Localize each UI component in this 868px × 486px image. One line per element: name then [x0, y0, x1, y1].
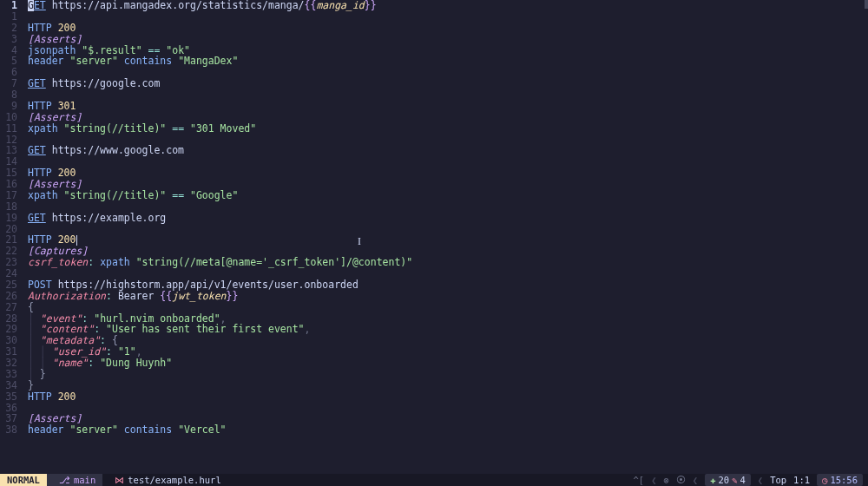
code-line[interactable]: 8	[0, 89, 868, 101]
code-content[interactable]: }	[28, 380, 868, 391]
code-content[interactable]: GET https://google.com	[28, 78, 868, 89]
code-content[interactable]: HTTP 200	[28, 167, 868, 179]
separator-icon: ❮	[693, 474, 698, 486]
code-line[interactable]: 33│ }	[0, 369, 868, 380]
code-content[interactable]: │ }	[28, 369, 868, 380]
code-content[interactable]: HTTP 301	[28, 101, 868, 112]
clock-time: 15:56	[830, 474, 858, 486]
code-line[interactable]: 36	[0, 403, 868, 414]
code-line[interactable]: 2HTTP 200	[0, 23, 868, 34]
line-number: 8	[0, 89, 23, 101]
code-line[interactable]: 26Authorization: Bearer {{jwt_token}}	[0, 291, 868, 302]
code-editor[interactable]: 1GET https://api.mangadex.org/statistics…	[0, 0, 868, 474]
line-number: 27	[0, 302, 23, 313]
separator-icon: ❮	[758, 474, 763, 486]
code-content[interactable]: GET https://www.google.com	[28, 145, 868, 156]
code-content[interactable]: xpath "string(//title)" == "Google"	[28, 190, 868, 201]
code-content[interactable]: GET https://api.mangadex.org/statistics/…	[28, 0, 868, 11]
status-line: NORMAL ⎇ main ⋈ test/example.hurl ^[ ❮ ⊗…	[0, 474, 868, 486]
code-line[interactable]: 1GET https://api.mangadex.org/statistics…	[0, 0, 868, 11]
line-number: 24	[0, 268, 23, 279]
git-added-icon: ✚	[710, 474, 715, 486]
code-line[interactable]: 5header "server" contains "MangaDex"	[0, 56, 868, 67]
cursor-position: 1:1	[793, 474, 810, 486]
branch-icon: ⎇	[59, 474, 70, 486]
escape-indicator: ^[	[634, 474, 645, 486]
code-line[interactable]: 35HTTP 200	[0, 391, 868, 403]
code-content[interactable]: header "server" contains "Vercel"	[28, 424, 868, 436]
code-content[interactable]: HTTP 200	[28, 391, 868, 403]
mouse-ibeam-cursor: I	[358, 236, 361, 247]
code-line[interactable]: 7GET https://google.com	[0, 78, 868, 89]
line-number: 38	[0, 424, 23, 436]
git-diff-pill: ✚ 20 ✎ 4	[705, 474, 751, 486]
code-content[interactable]: GET https://example.org	[28, 213, 868, 224]
scroll-thumb[interactable]	[865, 0, 868, 9]
file-segment: ⋈ test/example.hurl	[102, 474, 227, 486]
line-number: 33	[0, 369, 23, 380]
code-line[interactable]: 23csrf_token: xpath "string(//meta[@name…	[0, 257, 868, 268]
line-number: 16	[0, 179, 23, 190]
code-line[interactable]: 9HTTP 301	[0, 101, 868, 112]
code-line[interactable]: 1	[0, 11, 868, 23]
code-content[interactable]: HTTP 200	[28, 234, 868, 246]
separator-icon: ❮	[651, 474, 656, 486]
line-number: 10	[0, 112, 23, 123]
line-number: 2	[0, 23, 23, 34]
line-number: 11	[0, 123, 23, 135]
code-line[interactable]: 21HTTP 200	[0, 234, 868, 246]
code-content[interactable]: xpath "string(//title)" == "301 Moved"	[28, 123, 868, 135]
line-number: 35	[0, 391, 23, 403]
code-line[interactable]: 34}	[0, 380, 868, 391]
git-modified-count: 4	[740, 474, 745, 486]
line-number: 25	[0, 279, 23, 291]
code-line[interactable]: 29│ "content": "User has sent their firs…	[0, 324, 868, 335]
clock-icon: ◷	[822, 474, 827, 486]
branch-name: main	[74, 474, 95, 486]
code-content[interactable]: │ │ "name": "Dung Huynh"	[28, 358, 868, 369]
status-right: ^[ ❮ ⊗ ⦿ ❮ ✚ 20 ✎ 4 ❮ Top 1:1 ◷ 15:56	[628, 474, 868, 486]
code-line[interactable]: 38header "server" contains "Vercel"	[0, 424, 868, 436]
ibeam-cursor	[76, 235, 77, 246]
block-cursor: G	[28, 0, 34, 11]
code-content[interactable]: header "server" contains "MangaDex"	[28, 56, 868, 67]
line-number: 26	[0, 291, 23, 302]
code-line[interactable]: 11xpath "string(//title)" == "301 Moved"	[0, 123, 868, 135]
file-icon: ⋈	[115, 474, 124, 486]
line-number: 32	[0, 358, 23, 369]
file-name: test/example.hurl	[128, 474, 220, 486]
code-line[interactable]: 14	[0, 156, 868, 167]
code-content[interactable]: Authorization: Bearer {{jwt_token}}	[28, 291, 868, 302]
code-content[interactable]: csrf_token: xpath "string(//meta[@name='…	[28, 257, 868, 268]
code-line[interactable]: 20	[0, 224, 868, 235]
code-line[interactable]: 19GET https://example.org	[0, 213, 868, 224]
line-number: 34	[0, 380, 23, 391]
line-number: 1	[0, 0, 23, 11]
lsp-icon-2: ⦿	[676, 474, 686, 486]
line-number: 19	[0, 213, 23, 224]
git-added-count: 20	[718, 474, 729, 486]
git-modified-icon: ✎	[732, 474, 737, 486]
clock: ◷ 15:56	[817, 474, 863, 486]
line-number: 17	[0, 190, 23, 201]
line-number: 18	[0, 201, 23, 213]
code-line[interactable]: 17xpath "string(//title)" == "Google"	[0, 190, 868, 201]
code-content[interactable]: │ "metadata": {	[28, 335, 868, 346]
code-line[interactable]: 32│ │ "name": "Dung Huynh"	[0, 358, 868, 369]
git-branch: ⎇ main	[47, 474, 102, 486]
code-line[interactable]: 15HTTP 200	[0, 167, 868, 179]
mode-indicator: NORMAL	[0, 474, 47, 486]
scrollbar[interactable]	[865, 0, 868, 474]
line-number: 3	[0, 34, 23, 45]
code-content[interactable]: │ "content": "User has sent their first …	[28, 324, 868, 335]
code-line[interactable]: 13GET https://www.google.com	[0, 145, 868, 156]
code-content[interactable]: HTTP 200	[28, 23, 868, 34]
line-number: 9	[0, 101, 23, 112]
scroll-percent: Top	[770, 474, 786, 486]
line-number: 1	[0, 11, 23, 23]
lsp-icon-1: ⊗	[664, 474, 669, 486]
